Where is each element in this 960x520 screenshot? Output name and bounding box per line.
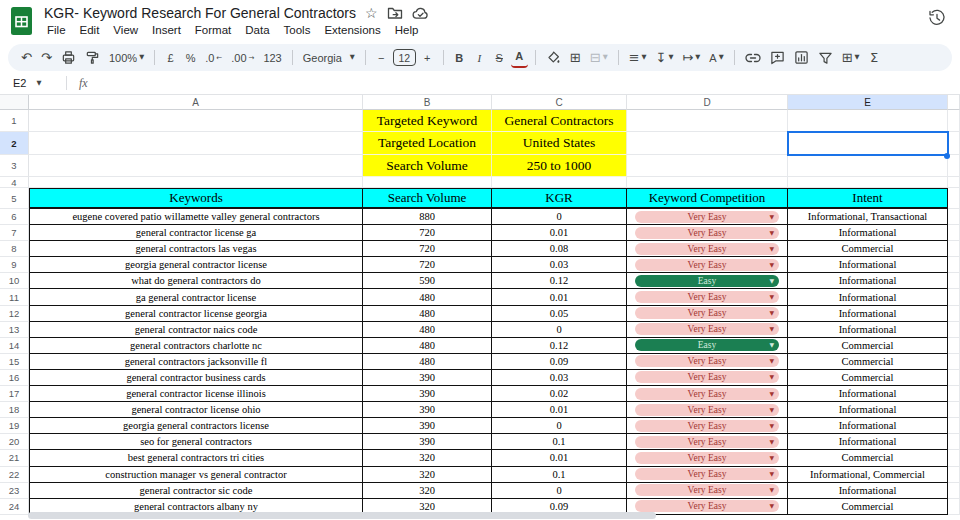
intent-cell[interactable]: Informational (788, 306, 948, 322)
font-size-input[interactable]: 12 (393, 49, 416, 66)
name-box[interactable]: E2 ▼ (0, 77, 66, 89)
row-header-4[interactable]: 4 (0, 177, 29, 188)
menu-help[interactable]: Help (388, 22, 426, 38)
text-wrap-button[interactable]: ↦▼ (679, 48, 703, 68)
keyword-cell[interactable]: general contractor license georgia (29, 306, 363, 322)
row-header-19[interactable]: 19 (0, 418, 29, 434)
kgr-cell[interactable]: 0.1 (492, 434, 627, 450)
intent-cell[interactable]: Informational (788, 402, 948, 418)
info-label-1[interactable]: Targeted Keyword (363, 110, 492, 132)
cell[interactable] (788, 177, 948, 188)
intent-cell[interactable]: Informational (788, 418, 948, 434)
cell[interactable] (363, 177, 492, 188)
kgr-cell[interactable]: 0 (492, 209, 627, 225)
search-volume-cell[interactable]: 390 (363, 402, 492, 418)
search-volume-cell[interactable]: 390 (363, 418, 492, 434)
font-select[interactable]: Georgia▼ (300, 48, 358, 68)
intent-cell[interactable]: Informational (788, 225, 948, 241)
competition-cell[interactable]: Easy▼ (627, 273, 788, 289)
row-header-1[interactable]: 1 (0, 110, 29, 132)
search-volume-cell[interactable]: 590 (363, 273, 492, 289)
competition-cell[interactable]: Very Easy▼ (627, 306, 788, 322)
kgr-cell[interactable]: 0.09 (492, 354, 627, 370)
insert-chart-button[interactable] (791, 48, 812, 68)
search-volume-cell[interactable]: 720 (363, 257, 492, 273)
search-volume-cell[interactable]: 390 (363, 370, 492, 386)
cell-D3[interactable] (627, 155, 788, 177)
keyword-cell[interactable]: general contractors charlotte nc (29, 338, 363, 354)
cell-A2[interactable] (29, 132, 363, 155)
insert-link-button[interactable] (742, 48, 764, 68)
search-volume-cell[interactable]: 880 (363, 209, 492, 225)
undo-button[interactable]: ↶ (18, 48, 35, 68)
italic-button[interactable]: I (471, 48, 488, 68)
keyword-cell[interactable]: general contractors las vegas (29, 241, 363, 257)
search-volume-cell[interactable]: 480 (363, 289, 492, 305)
text-color-button[interactable]: A (511, 48, 528, 68)
competition-cell[interactable]: Very Easy▼ (627, 370, 788, 386)
create-filter-button[interactable] (815, 48, 836, 68)
search-volume-cell[interactable]: 320 (363, 450, 492, 466)
competition-dropdown[interactable]: Very Easy▼ (635, 500, 779, 512)
keyword-cell[interactable]: general contractor license illinois (29, 386, 363, 402)
competition-dropdown[interactable]: Very Easy▼ (635, 371, 779, 383)
competition-cell[interactable]: Very Easy▼ (627, 402, 788, 418)
row-header-18[interactable]: 18 (0, 402, 29, 418)
keyword-cell[interactable]: eugene covered patio willamette valley g… (29, 209, 363, 225)
competition-dropdown[interactable]: Very Easy▼ (635, 404, 779, 416)
intent-cell[interactable]: Commercial (788, 370, 948, 386)
move-to-folder-icon[interactable] (387, 6, 403, 20)
cloud-saved-icon[interactable] (412, 6, 429, 20)
keyword-cell[interactable]: seo for general contractors (29, 434, 363, 450)
decrease-decimals-button[interactable]: .0← (202, 48, 225, 68)
search-volume-cell[interactable]: 390 (363, 434, 492, 450)
search-volume-cell[interactable]: 480 (363, 306, 492, 322)
competition-cell[interactable]: Very Easy▼ (627, 354, 788, 370)
table-tools-button[interactable]: ⊞▼ (839, 48, 863, 68)
row-header-11[interactable]: 11 (0, 289, 29, 305)
row-header-7[interactable]: 7 (0, 225, 29, 241)
merge-cells-button[interactable]: ⊟▼ (587, 48, 611, 68)
search-volume-cell[interactable]: 320 (363, 467, 492, 483)
row-header-6[interactable]: 6 (0, 209, 29, 225)
intent-cell[interactable]: Informational, Commercial (788, 467, 948, 483)
column-header-D[interactable]: D (627, 95, 788, 110)
document-title[interactable]: KGR- Keyword Research For General Contra… (44, 5, 356, 21)
search-volume-cell[interactable]: 720 (363, 225, 492, 241)
keyword-cell[interactable]: general contractor license ga (29, 225, 363, 241)
row-header-12[interactable]: 12 (0, 306, 29, 322)
intent-cell[interactable]: Commercial (788, 499, 948, 515)
competition-cell[interactable]: Very Easy▼ (627, 386, 788, 402)
insert-comment-button[interactable] (767, 48, 788, 68)
redo-button[interactable]: ↷ (38, 48, 55, 68)
kgr-cell[interactable]: 0.12 (492, 338, 627, 354)
competition-cell[interactable]: Very Easy▼ (627, 322, 788, 338)
intent-cell[interactable]: Informational (788, 322, 948, 338)
menu-insert[interactable]: Insert (145, 22, 188, 38)
keyword-cell[interactable]: construction manager vs general contract… (29, 467, 363, 483)
kgr-cell[interactable]: 0.01 (492, 289, 627, 305)
kgr-cell[interactable]: 0.1 (492, 467, 627, 483)
kgr-cell[interactable]: 0.08 (492, 241, 627, 257)
intent-cell[interactable]: Commercial (788, 241, 948, 257)
competition-dropdown[interactable]: Very Easy▼ (635, 323, 779, 335)
decrease-font-size-button[interactable]: − (373, 48, 390, 68)
keyword-cell[interactable]: what do general contractors do (29, 273, 363, 289)
row-header-21[interactable]: 21 (0, 450, 29, 466)
competition-dropdown[interactable]: Easy▼ (635, 339, 779, 351)
keyword-cell[interactable]: best general contractors tri cities (29, 450, 363, 466)
intent-cell[interactable]: Commercial (788, 354, 948, 370)
competition-cell[interactable]: Very Easy▼ (627, 289, 788, 305)
intent-cell[interactable]: Informational (788, 257, 948, 273)
row-header-24[interactable]: 24 (0, 499, 29, 515)
column-header-A[interactable]: A (29, 95, 363, 110)
search-volume-cell[interactable]: 480 (363, 322, 492, 338)
competition-dropdown[interactable]: Very Easy▼ (635, 307, 779, 319)
cell-E2[interactable] (788, 132, 948, 155)
kgr-cell[interactable]: 0.02 (492, 386, 627, 402)
info-label-3[interactable]: Search Volume (363, 155, 492, 177)
row-header-17[interactable]: 17 (0, 386, 29, 402)
competition-cell[interactable]: Very Easy▼ (627, 257, 788, 273)
row-header-8[interactable]: 8 (0, 241, 29, 257)
column-header-C[interactable]: C (492, 95, 627, 110)
